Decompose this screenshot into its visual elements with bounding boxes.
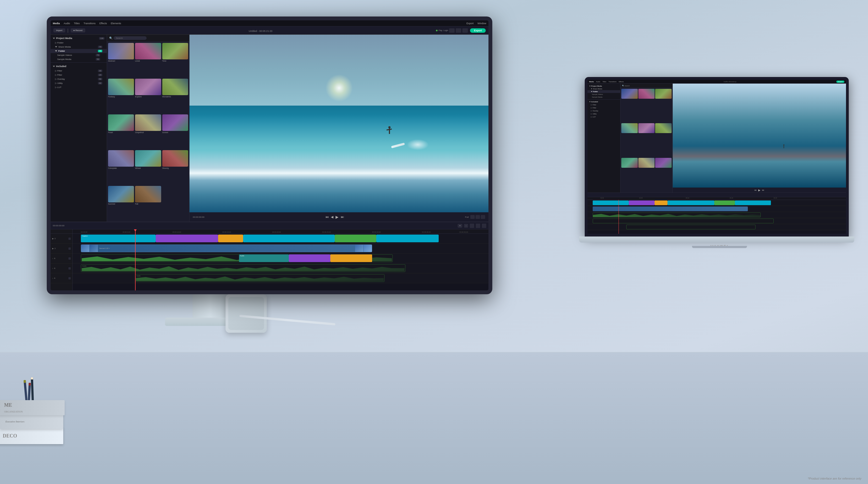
included-section: Included ▷ Filter 49 ▷ Filter 29 ▷ Overl… bbox=[51, 63, 107, 91]
thumb-fantasy[interactable]: Fantasy bbox=[108, 79, 134, 113]
menu-audio[interactable]: Audio bbox=[64, 22, 70, 25]
media-panel: 🔍 Abstract bbox=[107, 35, 189, 222]
main-monitor: Media Audio Titles Transitions Effects E… bbox=[47, 17, 492, 294]
menu-export[interactable]: Export bbox=[466, 22, 474, 25]
track-content: 00:00:00 00:00:5:00 00:00:10:00 00:00:15… bbox=[72, 229, 489, 290]
export-button[interactable]: Export bbox=[470, 28, 486, 33]
clip-purple-1[interactable] bbox=[156, 234, 218, 242]
clip-orange-1[interactable] bbox=[218, 234, 243, 242]
folder-active-item[interactable]: Folder 79 bbox=[51, 49, 107, 53]
clip-teal-1[interactable]: Audio bbox=[239, 254, 289, 262]
monitor-stand-neck bbox=[192, 294, 228, 319]
menu-transitions[interactable]: Transitions bbox=[84, 22, 96, 25]
timeline-area: 00:00:00:00 + - ▶V bbox=[51, 222, 489, 290]
thumb-lined[interactable]: Lined bbox=[135, 43, 161, 77]
thumb-gloomy[interactable]: Gloomy bbox=[162, 150, 188, 185]
thumb-fall[interactable]: Fall bbox=[135, 186, 161, 221]
preview-panel: 00:00:00:00 ⏮ ◀ ▶ ⏭ Full bbox=[189, 35, 489, 222]
track-label-v2: ▶V bbox=[51, 244, 72, 254]
left-panel: Project Media 108 ▷ Folder Share Media bbox=[51, 35, 107, 222]
laptop-screen: Media Audio Titles Transitions Effects H… bbox=[585, 77, 849, 236]
overlay-item[interactable]: ▷ Overlay 56 bbox=[51, 77, 107, 81]
clip-audio-2[interactable]: Audio bbox=[81, 264, 405, 272]
share-media-item[interactable]: Share Media 79 bbox=[51, 45, 107, 49]
menu-effects[interactable]: Effects bbox=[99, 22, 107, 25]
menu-titles[interactable]: Titles bbox=[74, 22, 80, 25]
share-media-label: Share Media bbox=[58, 46, 71, 48]
sample-media-item[interactable]: Sample Media 56 bbox=[51, 57, 107, 61]
clip-green-1[interactable] bbox=[335, 234, 376, 242]
zoom-out-button[interactable]: - bbox=[464, 224, 468, 228]
clip-video-1[interactable]: Normal 1.00 × bbox=[81, 245, 372, 252]
play-back-button[interactable]: ◀ bbox=[331, 215, 333, 219]
track-label-a1: ♪A bbox=[51, 254, 72, 263]
preview-controls: 00:00:00:00 ⏮ ◀ ▶ ⏭ Full bbox=[189, 212, 489, 222]
thumb-grapefruit[interactable]: Grapefruit bbox=[135, 115, 161, 149]
track-label-a3: ♪A bbox=[51, 273, 72, 283]
app-container: Media Audio Titles Transitions Effects E… bbox=[51, 20, 489, 290]
clip-cyan-3[interactable] bbox=[376, 234, 439, 242]
project-media-header[interactable]: Project Media 108 bbox=[51, 36, 107, 41]
clip-orange-audio[interactable] bbox=[330, 254, 372, 262]
play-button[interactable]: ▶ bbox=[336, 215, 339, 219]
thumb-tone[interactable]: Tone bbox=[162, 43, 188, 77]
books: DECO Executive Interiors ME ORGANIZATION bbox=[0, 384, 80, 444]
track-controls: ▶V ▶V ♪A ♪A bbox=[51, 229, 72, 290]
laptop-base bbox=[579, 236, 854, 243]
menu-media[interactable]: Media bbox=[53, 22, 60, 25]
thumb-wheat[interactable]: Wheat bbox=[135, 150, 161, 185]
included-header[interactable]: Included bbox=[51, 64, 107, 69]
thumb-summer[interactable]: Summer bbox=[108, 186, 134, 221]
laptop-container: Media Audio Titles Transitions Effects H… bbox=[585, 77, 854, 249]
filter-item-1[interactable]: ▷ Filter 49 bbox=[51, 69, 107, 73]
media-search-bar: 🔍 bbox=[107, 35, 189, 42]
main-content: Project Media 108 ▷ Folder Share Media bbox=[51, 35, 489, 222]
clip-cyan-1[interactable]: Caption bbox=[81, 234, 156, 242]
timeline-tracks-container: ▶V ▶V ♪A ♪A bbox=[51, 229, 489, 290]
thumb-explore[interactable]: Explore bbox=[135, 79, 161, 113]
media-grid: Abstract Lined Tone F bbox=[107, 42, 189, 222]
project-media-label: Project Media bbox=[56, 37, 72, 40]
thumb-wonderful[interactable]: Wonderful bbox=[162, 79, 188, 113]
main-toolbar: Import | ● Record Untitled - 00:05:21:20… bbox=[51, 26, 489, 35]
project-media-section: Project Media 108 ▷ Folder Share Media bbox=[51, 35, 107, 62]
menu-window[interactable]: Window bbox=[477, 22, 486, 25]
included-label: Included bbox=[56, 65, 66, 68]
sample-videos-item[interactable]: Sample Videos 79 bbox=[51, 53, 107, 57]
desk-surface bbox=[0, 352, 868, 484]
thumb-abstract[interactable]: Abstract bbox=[108, 43, 134, 77]
import-button[interactable]: Import bbox=[53, 28, 65, 32]
surfer-figure bbox=[386, 126, 393, 141]
project-title: Untitled - 00:05:21:20 bbox=[249, 30, 272, 32]
track-label-a2: ♪A bbox=[51, 263, 72, 273]
center-area: 🔍 Abstract bbox=[107, 35, 489, 222]
disclaimer: *Product interface are for reference onl… bbox=[808, 476, 861, 481]
filter-item-2[interactable]: ▷ Filter 29 bbox=[51, 73, 107, 77]
clip-purple-audio[interactable] bbox=[289, 254, 330, 262]
skip-forward-button[interactable]: ⏭ bbox=[341, 215, 344, 219]
playhead[interactable] bbox=[135, 229, 135, 290]
speaker-box bbox=[225, 294, 267, 333]
clip-audio-3[interactable]: Audio bbox=[135, 274, 384, 282]
menu-elements[interactable]: Elements bbox=[111, 22, 121, 25]
search-input[interactable] bbox=[114, 36, 147, 40]
video-preview bbox=[189, 35, 489, 212]
time-display: 00:00:00:00 bbox=[193, 216, 204, 218]
record-button[interactable]: ● Record bbox=[71, 28, 85, 32]
clip-cyan-2[interactable] bbox=[243, 234, 335, 242]
thumb-feast[interactable]: Feast bbox=[108, 115, 134, 149]
utility-item[interactable]: ▷ Utility 68 bbox=[51, 81, 107, 85]
lut-item[interactable]: ▷ LUT bbox=[51, 85, 107, 89]
track-label-v1: ▶V bbox=[51, 234, 72, 244]
timeline-toolbar: 00:00:00:00 + - bbox=[51, 222, 489, 229]
folder-item[interactable]: ▷ Folder bbox=[51, 41, 107, 45]
thumb-sunset[interactable]: Sunset bbox=[162, 115, 188, 149]
menu-bar: Media Audio Titles Transitions Effects E… bbox=[51, 20, 489, 26]
zoom-in-button[interactable]: + bbox=[458, 224, 462, 228]
skip-back-button[interactable]: ⏮ bbox=[326, 215, 329, 219]
thumb-colorplate[interactable]: Colorplate bbox=[108, 150, 134, 185]
